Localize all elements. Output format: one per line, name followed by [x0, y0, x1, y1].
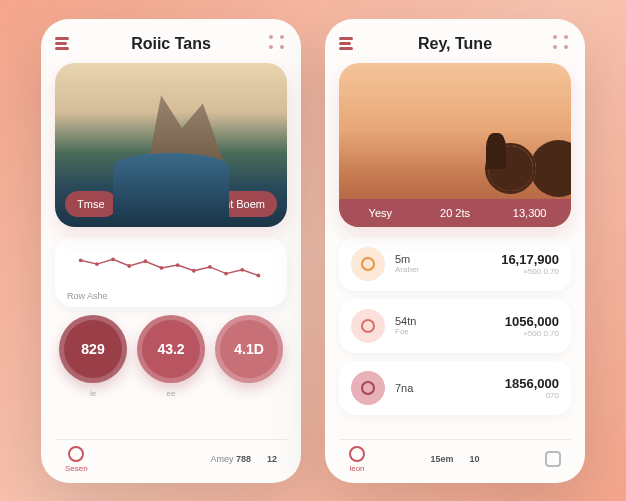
sparkline-chart	[67, 247, 275, 285]
stat-circle-1[interactable]: 829	[59, 315, 127, 383]
hero-cell-3[interactable]: 13,300	[492, 207, 567, 219]
svg-point-6	[176, 263, 180, 267]
item-sub: Araber	[395, 265, 491, 274]
more-icon[interactable]	[269, 35, 287, 53]
list-item[interactable]: 54tn Foe 1056,000 ×500 0.70	[339, 299, 571, 353]
item-text: 7na	[395, 382, 495, 394]
nav-label: leon	[349, 464, 364, 473]
header: Roiic Tans	[55, 35, 287, 53]
item-sub: Foe	[395, 327, 495, 336]
hero-stat-row: Yesy 20 2ts 13,300	[339, 199, 571, 227]
bottom-stats: Amey 788 12	[210, 454, 277, 464]
item-right: 1056,000 ×500 0.70	[505, 314, 559, 338]
bottom-stat-2: 12	[267, 454, 277, 464]
item-value-sub: ×500 0.70	[505, 329, 559, 338]
stat-label-3	[215, 389, 283, 398]
page-title: Roiic Tans	[131, 35, 211, 53]
pill-unt-boem[interactable]: Unt Boem	[204, 191, 277, 217]
item-value: 1856,000	[505, 376, 559, 391]
nav-item-1[interactable]: leon	[349, 446, 365, 473]
nav-icon	[349, 446, 365, 462]
menu-icon[interactable]	[339, 35, 357, 53]
svg-point-7	[192, 268, 196, 272]
item-right: 1856,000 070	[505, 376, 559, 400]
svg-point-9	[224, 271, 228, 275]
menu-icon[interactable]	[55, 35, 73, 53]
svg-point-8	[208, 265, 212, 269]
bottom-bar: leon 15em 10	[339, 439, 571, 473]
nav-label: Sesen	[65, 464, 88, 473]
bottom-stats: 15em 10	[430, 454, 479, 464]
svg-point-5	[160, 266, 164, 270]
item-text: 54tn Foe	[395, 315, 495, 336]
list-item[interactable]: 5m Araber 16,17,900 ×500 0.70	[339, 237, 571, 291]
item-value-sub: 070	[505, 391, 559, 400]
nav-icon	[68, 446, 84, 462]
nav-icon	[545, 451, 561, 467]
item-icon	[351, 309, 385, 343]
pill-tmse[interactable]: Tmse	[65, 191, 117, 217]
item-name: 7na	[395, 382, 495, 394]
more-icon[interactable]	[553, 35, 571, 53]
hero-cell-2[interactable]: 20 2ts	[418, 207, 493, 219]
nav-item-1[interactable]: Sesen	[65, 446, 88, 473]
bottom-stat-1: Amey 788	[210, 454, 251, 464]
bottom-bar: Sesen Amey 788 12	[55, 439, 287, 473]
item-value-sub: ×500 0.70	[501, 267, 559, 276]
chart-label: Row Ashe	[67, 291, 275, 301]
item-name: 54tn	[395, 315, 495, 327]
chart-card: Row Ashe	[55, 237, 287, 307]
svg-point-3	[127, 264, 131, 268]
item-icon	[351, 247, 385, 281]
svg-point-0	[79, 258, 83, 262]
svg-point-2	[111, 257, 115, 261]
nav-item-2[interactable]	[545, 451, 561, 467]
item-icon	[351, 371, 385, 405]
header: Rey, Tune	[339, 35, 571, 53]
bottom-stat-2: 10	[470, 454, 480, 464]
svg-point-10	[240, 267, 244, 271]
svg-point-11	[257, 273, 261, 277]
stats-row: 829 43.2 4.1D	[55, 315, 287, 383]
stat-label-2: ee	[137, 389, 205, 398]
hero-pill-row: Tmse Unt Boem	[65, 191, 277, 217]
item-name: 5m	[395, 253, 491, 265]
stat-circle-2[interactable]: 43.2	[137, 315, 205, 383]
list-item[interactable]: 7na 1856,000 070	[339, 361, 571, 415]
svg-point-4	[143, 259, 147, 263]
item-value: 1056,000	[505, 314, 559, 329]
hero-image[interactable]: Tmse Unt Boem	[55, 63, 287, 227]
phone-left: Roiic Tans Tmse Unt Boem Row Ashe 829 43…	[41, 19, 301, 483]
item-right: 16,17,900 ×500 0.70	[501, 252, 559, 276]
hero-image[interactable]: Yesy 20 2ts 13,300	[339, 63, 571, 227]
svg-point-1	[95, 262, 99, 266]
bottom-stat-1: 15em	[430, 454, 453, 464]
phone-right: Rey, Tune Yesy 20 2ts 13,300 5m Araber 1…	[325, 19, 585, 483]
item-value: 16,17,900	[501, 252, 559, 267]
stat-labels: le ee	[55, 389, 287, 398]
stat-label-1: le	[59, 389, 127, 398]
item-text: 5m Araber	[395, 253, 491, 274]
stat-circle-3[interactable]: 4.1D	[215, 315, 283, 383]
page-title: Rey, Tune	[418, 35, 492, 53]
hero-cell-1[interactable]: Yesy	[343, 207, 418, 219]
